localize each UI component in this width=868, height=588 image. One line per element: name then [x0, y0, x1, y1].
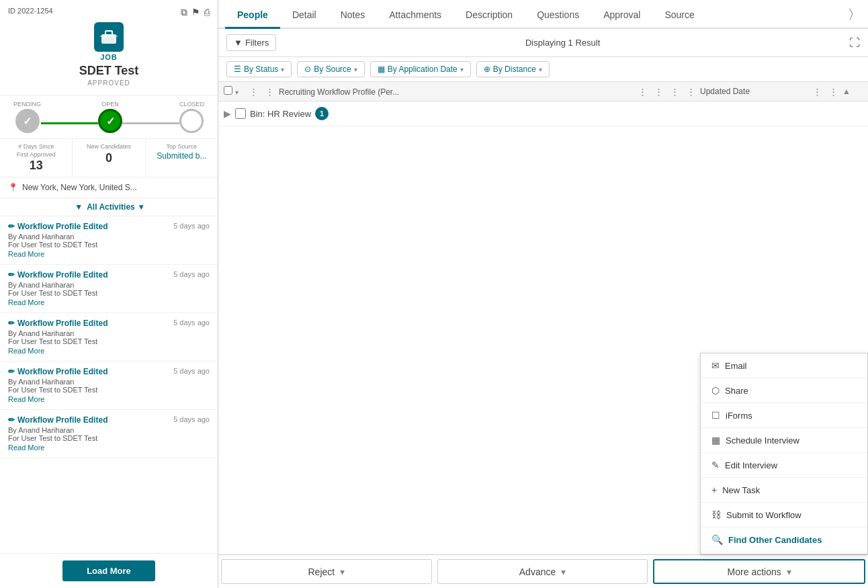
filter-bar: ▼ Filters Displaying 1 Result ⛶ — [218, 29, 868, 57]
dropdown-offer-approval[interactable]: 👍 Offer Approval — [701, 552, 867, 554]
read-more-link-4[interactable]: Read More — [8, 444, 44, 452]
tab-people[interactable]: People — [225, 3, 280, 29]
advance-button[interactable]: Advance ▾ — [437, 559, 648, 584]
activity-for-0: For User Test to SDET Test — [8, 241, 210, 249]
load-more-button[interactable]: Load More — [62, 560, 155, 581]
step-open-circle: ✓ — [98, 109, 122, 133]
col-dots-1-header[interactable]: ⋮ — [247, 87, 260, 97]
dropdown-iforms[interactable]: ☐ iForms — [701, 403, 867, 428]
select-all-checkbox[interactable] — [224, 86, 232, 95]
submit-workflow-label: Submit to Workflow — [726, 510, 801, 520]
activity-by-3: By Anand Hariharan — [8, 378, 210, 386]
edit-interview-icon: ✎ — [711, 460, 720, 470]
more-actions-caret-icon: ▾ — [787, 566, 791, 577]
dropdown-new-task[interactable]: + New Task — [701, 478, 867, 503]
step-open: OPEN ✓ — [98, 101, 122, 133]
step-closed: CLOSED — [179, 101, 204, 133]
col-dots-5-header[interactable]: ⋮ — [668, 87, 681, 97]
dropdown-schedule-interview[interactable]: ▦ Schedule Interview — [701, 428, 867, 453]
col-scroll-up[interactable]: ▲ — [842, 87, 863, 96]
flag-icon[interactable]: ⚑ — [191, 7, 200, 18]
activity-time-1: 5 days ago — [173, 270, 210, 278]
dropdown-edit-interview[interactable]: ✎ Edit Interview — [701, 453, 867, 478]
dropdown-email[interactable]: ✉ Email — [701, 353, 867, 378]
activities-chevron-icon: ▾ — [139, 202, 143, 212]
advance-caret-icon: ▾ — [561, 566, 566, 577]
share-icon: ⬡ — [711, 385, 720, 396]
tab-source[interactable]: Source — [652, 3, 706, 29]
new-task-label: New Task — [722, 485, 760, 495]
col-dots-7-header[interactable]: ⋮ — [810, 87, 824, 97]
read-more-link-2[interactable]: Read More — [8, 347, 44, 355]
col-dots-8-header[interactable]: ⋮ — [826, 87, 840, 97]
schedule-interview-label: Schedule Interview — [726, 435, 799, 446]
activity-by-0: By Anand Hariharan — [8, 233, 210, 241]
tabs-overflow-arrow[interactable]: 〉 — [841, 0, 861, 28]
result-count: Displaying 1 Result — [525, 38, 600, 48]
col-dots-6-header[interactable]: ⋮ — [684, 87, 697, 97]
tab-notes[interactable]: Notes — [329, 3, 378, 29]
col-workflow-header: Recruiting Workflow Profile (Per... — [279, 87, 633, 97]
print-icon[interactable]: ⎙ — [204, 7, 210, 18]
step-open-label: OPEN — [101, 101, 119, 108]
reject-button[interactable]: Reject ▾ — [221, 559, 432, 584]
activities-header[interactable]: ▼ All Activities ▾ — [0, 198, 218, 216]
tab-questions[interactable]: Questions — [525, 3, 591, 29]
activity-item-4: ✏ Workflow Profile Edited 5 days ago By … — [0, 410, 218, 458]
submit-workflow-icon: ⛓ — [711, 509, 721, 520]
tab-detail[interactable]: Detail — [280, 3, 329, 29]
sort-by-date-button[interactable]: ▦ By Application Date ▾ — [370, 61, 471, 77]
activity-title-2: ✏ Workflow Profile Edited — [8, 319, 107, 328]
tabs-row: People Detail Notes Attachments Descript… — [218, 0, 868, 29]
sort-distance-icon: ⊕ — [484, 65, 490, 74]
check-caret-icon[interactable]: ▾ — [235, 89, 238, 96]
reject-label: Reject — [308, 566, 335, 577]
stat-days-label: # Days SinceFirst Approved — [5, 143, 67, 159]
svg-rect-2 — [100, 36, 118, 37]
tab-description[interactable]: Description — [453, 3, 525, 29]
email-label: Email — [725, 361, 747, 371]
expand-icon[interactable]: ⛶ — [849, 37, 860, 49]
tab-approval[interactable]: Approval — [591, 3, 652, 29]
col-dots-3-header[interactable]: ⋮ — [636, 87, 649, 97]
edit-icon-1: ✏ — [8, 270, 15, 280]
col-dots-4-header[interactable]: ⋮ — [652, 87, 665, 97]
col-date-header: Updated Date — [700, 87, 808, 96]
tab-attachments[interactable]: Attachments — [377, 3, 453, 29]
sort-date-caret-icon: ▾ — [460, 66, 464, 73]
activity-title-3: ✏ Workflow Profile Edited — [8, 367, 107, 376]
dropdown-share[interactable]: ⬡ Share — [701, 378, 867, 403]
col-dots-2-header[interactable]: ⋮ — [263, 87, 276, 97]
bin-checkbox[interactable] — [235, 108, 246, 119]
more-actions-dropdown: ✉ Email ⬡ Share ☐ iForms ▦ Schedule Inte… — [700, 353, 868, 554]
activity-time-0: 5 days ago — [173, 222, 210, 230]
edit-icon-0: ✏ — [8, 222, 15, 231]
filters-button[interactable]: ▼ Filters — [226, 34, 276, 51]
bottom-bar: Reject ▾ Advance ▾ More actions ▾ — [218, 554, 868, 588]
dropdown-find-candidates[interactable]: 🔍 Find Other Candidates — [701, 528, 867, 552]
col-check-header[interactable]: ▾ — [224, 86, 244, 97]
sort-by-status-button[interactable]: ☰ By Status ▾ — [226, 61, 292, 77]
more-actions-button[interactable]: More actions ▾ — [653, 559, 865, 584]
step-pending-circle: ✓ — [15, 109, 40, 133]
copy-icon[interactable]: ⧉ — [181, 7, 187, 18]
edit-icon-2: ✏ — [8, 319, 15, 328]
read-more-link-1[interactable]: Read More — [8, 298, 44, 306]
col-workflow-label: Recruiting Workflow Profile (Per... — [279, 87, 399, 97]
job-icon — [94, 22, 124, 52]
edit-icon-3: ✏ — [8, 367, 15, 376]
sort-row: ☰ By Status ▾ ⊙ By Source ▾ ▦ By Applica… — [218, 57, 868, 82]
step-pending-label: PENDING — [13, 101, 41, 108]
activity-time-3: 5 days ago — [173, 367, 210, 375]
read-more-link-3[interactable]: Read More — [8, 395, 44, 403]
sort-by-distance-button[interactable]: ⊕ By Distance ▾ — [476, 61, 550, 77]
location-text: New York, New York, United S... — [22, 183, 137, 192]
activity-time-4: 5 days ago — [173, 415, 210, 423]
bin-expand-icon[interactable]: ▶ — [224, 108, 231, 119]
read-more-link-0[interactable]: Read More — [8, 250, 44, 258]
col-date-label: Updated Date — [700, 87, 750, 96]
dropdown-submit-workflow[interactable]: ⛓ Submit to Workflow — [701, 503, 867, 528]
sort-by-source-button[interactable]: ⊙ By Source ▾ — [297, 61, 364, 77]
line-pending-open — [41, 122, 98, 124]
stat-days: # Days SinceFirst Approved 13 — [0, 139, 73, 177]
